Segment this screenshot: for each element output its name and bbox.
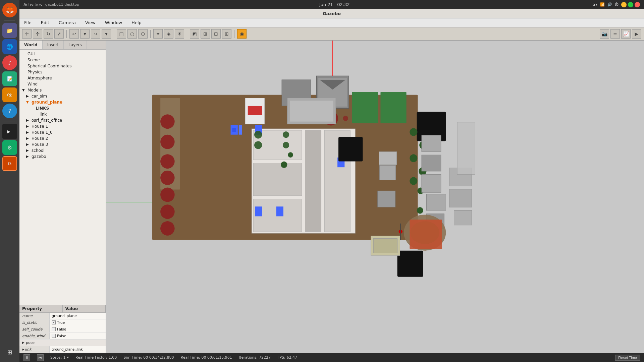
simtime-label: Sim Time: [123,355,142,360]
tree-gui[interactable]: GUI [19,51,106,57]
video-btn[interactable]: ▶ [632,29,641,39]
taskbar-help[interactable]: ? [2,104,17,118]
svg-rect-55 [422,155,441,171]
menu-window[interactable]: Window [103,19,124,26]
prop-value-enablewind[interactable]: False [50,333,106,339]
undo-dropdown[interactable]: ▾ [80,29,90,39]
prop-value-selfcollide[interactable]: False [50,326,106,333]
rotate-tool-btn[interactable]: ↻ [44,29,53,39]
svg-point-49 [417,207,423,214]
minimize-button[interactable] [621,2,627,7]
close-button[interactable] [635,2,640,7]
copy-btn[interactable]: ◩ [190,29,199,39]
tree-carsim[interactable]: ▶ car_sim [19,93,106,99]
svg-rect-27 [232,128,236,132]
spotlight-btn[interactable]: ◈ [164,29,173,39]
tree-house1[interactable]: ▶ House 1 [19,123,106,129]
undo-btn[interactable]: ↩ [69,29,79,39]
redo-dropdown[interactable]: ▾ [102,29,111,39]
sphere-btn[interactable]: ○ [127,29,137,39]
taskbar-firefox[interactable]: 🦊 [2,3,17,17]
tree-house2[interactable]: ▶ House 2 [19,135,106,141]
menu-view[interactable]: View [83,19,98,26]
prop-value-link[interactable]: ground_plane::link [50,346,106,353]
tree-links[interactable]: LINKS [19,105,106,111]
plot-btn[interactable]: 📈 [621,29,631,39]
translate-tool-btn[interactable]: ✢ [33,29,42,39]
active-mode-btn[interactable]: ◉ [237,29,247,39]
tab-world[interactable]: World [19,41,43,49]
dirlight-btn[interactable]: ☀ [175,29,184,39]
prop-value-isstatic[interactable]: ✓ True [50,319,106,326]
tree-physics[interactable]: Physics [19,69,106,75]
steps-value: 1 [63,355,65,360]
selfcollide-checkbox[interactable] [52,327,56,331]
datetime: Jun 21 02:32 [319,2,353,7]
app-label[interactable]: gazebo11.desktop [45,2,79,7]
snap-btn[interactable]: ⊞ [222,29,231,39]
tree-link[interactable]: link [19,111,106,117]
prop-row-pose[interactable]: ▶ pose [19,340,106,346]
tab-layers[interactable]: Layers [64,41,87,49]
tree-groundplane[interactable]: ▼ ground_plane [19,99,106,105]
tree-spherical[interactable]: Spherical Coordinates [19,63,106,69]
layers-btn[interactable]: ≡ [610,29,620,39]
steps-dropdown[interactable]: ▾ [67,355,69,360]
svg-rect-54 [422,135,441,152]
tree-scene[interactable]: Scene [19,57,106,63]
svg-point-41 [288,152,293,158]
pause-button[interactable]: ⏸ [23,354,30,361]
tree-models[interactable]: ▼ Models [19,87,106,93]
taskbar-text[interactable]: 📝 [2,71,17,86]
tree-school[interactable]: ▶ school [19,147,106,154]
scale-tool-btn[interactable]: ⤢ [54,29,64,39]
realtime-item: Real Time: 00 00:01:15.961 [181,355,232,360]
step-forward-button[interactable]: ⏭ [37,354,44,361]
taskbar-terminal[interactable]: ▶_ [2,124,17,139]
taskbar-grid[interactable]: ⊞ [2,345,17,359]
scene-canvas [106,41,644,353]
screenshot-btn[interactable]: 📷 [600,29,609,39]
tree-house3[interactable]: ▶ House 3 [19,141,106,147]
menu-edit[interactable]: Edit [39,19,51,26]
isstatic-checkbox[interactable]: ✓ [52,320,56,324]
taskbar-software[interactable]: 🛍 [2,87,17,102]
maximize-button[interactable] [628,2,633,7]
fps-value: 62.47 [287,355,298,360]
viewport[interactable] [106,41,644,353]
left-panel: World Insert Layers GUI Scene Spherical … [19,41,106,353]
taskbar-browser[interactable]: 🌐 [2,39,17,54]
paste-btn[interactable]: ⊞ [201,29,210,39]
tree-house10[interactable]: ▶ House 1_0 [19,129,106,135]
pointlight-btn[interactable]: ✦ [153,29,163,39]
svg-point-40 [281,162,287,168]
align-btn[interactable]: ⊡ [211,29,221,39]
tree-wind[interactable]: Wind [19,81,106,87]
menu-camera[interactable]: Camera [57,19,78,26]
cylinder-btn[interactable]: ⬡ [138,29,148,39]
system-topbar: Activities gazebo11.desktop Jun 21 02:32… [19,0,644,9]
svg-rect-14 [380,92,406,123]
taskbar-gazebo[interactable]: G [2,156,17,171]
steps-label: Steps: [50,355,62,360]
activities-label[interactable]: Activities [23,2,42,7]
svg-rect-28 [239,125,242,134]
menu-file[interactable]: File [22,19,34,26]
reset-time-button[interactable]: Reset Time [615,355,640,361]
tab-insert[interactable]: Insert [43,41,64,49]
select-tool-btn[interactable]: ✛ [22,29,32,39]
enablewind-checkbox[interactable] [52,334,56,338]
tree-osrf[interactable]: ▶ osrf_first_office [19,117,106,123]
taskbar-files[interactable]: 📁 [2,23,17,38]
box-btn[interactable]: □ [117,29,126,39]
menu-help[interactable]: Help [129,19,144,26]
tree-atmosphere[interactable]: Atmosphere [19,75,106,81]
toolbar-sep5 [234,30,234,38]
taskbar-vscode[interactable]: ⚙ [2,140,17,155]
redo-btn[interactable]: ↪ [91,29,100,39]
svg-point-23 [160,221,174,236]
tree-gazebo[interactable]: ▶ gazebo [19,154,106,160]
taskbar-music[interactable]: ♪ [2,55,17,70]
prop-value-name[interactable]: ground_plane [50,313,106,319]
power-icon: ⏻ [615,2,619,7]
